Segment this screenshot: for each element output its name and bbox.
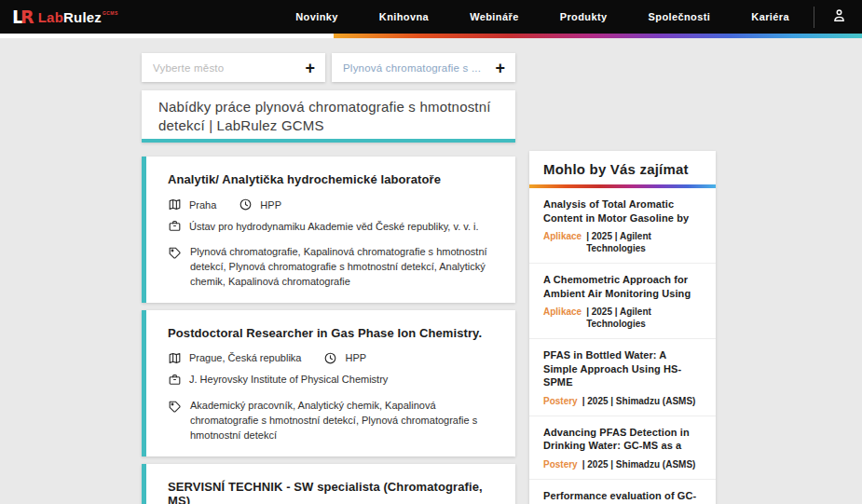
briefcase-icon <box>168 373 182 387</box>
nav-divider <box>814 7 814 28</box>
related-item-source: | 2025 | Shimadzu (ASMS) <box>582 395 696 407</box>
related-item[interactable]: A Chemometric Approach for Ambient Air M… <box>529 264 716 339</box>
job-card[interactable]: Analytik/ Analytička hydrochemické labor… <box>142 157 515 303</box>
related-item-title[interactable]: A Chemometric Approach for Ambient Air M… <box>543 273 703 300</box>
map-icon <box>168 198 182 211</box>
related-item-category: Postery <box>543 458 578 470</box>
related-item-meta: Aplikace | 2025 | Agilent Technologies <box>543 230 703 254</box>
plus-icon[interactable]: + <box>495 60 505 76</box>
logo-wordmark: LabRulezGCMS <box>38 9 118 25</box>
related-item-title[interactable]: Analysis of Total Aromatic Content in Mo… <box>543 198 703 225</box>
map-icon <box>168 351 182 365</box>
briefcase-icon <box>168 219 182 233</box>
related-item-category: Aplikace <box>543 230 582 254</box>
job-company-row: J. Heyrovsky Institute of Physical Chemi… <box>168 373 500 387</box>
category-select[interactable]: Plynová chromatografie s ... + <box>332 53 515 82</box>
account-button[interactable] <box>831 7 847 27</box>
clock-icon <box>239 198 253 211</box>
clock-icon <box>323 351 337 365</box>
nav-underline-strip <box>0 34 862 38</box>
job-list: Analytik/ Analytička hydrochemické labor… <box>142 157 515 504</box>
job-company-row: Ústav pro hydrodynamiku Akademie věd Čes… <box>168 219 500 233</box>
job-contract: HPP <box>239 198 281 211</box>
job-company: J. Heyrovsky Institute of Physical Chemi… <box>168 373 388 387</box>
related-item-meta: Aplikace | 2025 | Agilent Technologies <box>543 306 703 330</box>
related-item-title[interactable]: PFAS in Bottled Water: A Simple Approach… <box>543 348 703 389</box>
nav-menu: Novinky Knihovna Webináře Produkty Spole… <box>254 7 847 28</box>
logo-gcms-badge: GCMS <box>103 10 118 16</box>
city-select[interactable]: Vyberte město + <box>142 53 325 82</box>
nav-item-produkty[interactable]: Produkty <box>560 11 608 22</box>
main-column: Vyberte město + Plynová chromatografie s… <box>142 38 515 504</box>
person-icon <box>831 7 847 27</box>
nav-item-webinare[interactable]: Webináře <box>470 11 519 22</box>
tag-icon <box>168 246 182 260</box>
rainbow-gradient-bar <box>334 34 862 38</box>
job-company: Ústav pro hydrodynamiku Akademie věd Čes… <box>168 219 479 233</box>
related-item-source: | 2025 | Shimadzu (ASMS) <box>582 458 696 470</box>
job-meta-row: Prague, Česká republika HPP <box>168 351 500 365</box>
job-tags-row: Plynová chromatografie, Kapalinová chrom… <box>168 245 500 290</box>
job-title[interactable]: SERVISNÍ TECHNIK - SW specialista (Chrom… <box>168 480 500 504</box>
nav-item-spolecnosti[interactable]: Společnosti <box>649 11 711 22</box>
top-nav: LR LabRulezGCMS Novinky Knihovna Webinář… <box>0 0 862 34</box>
job-contract: HPP <box>323 351 366 365</box>
filter-row: Vyberte město + Plynová chromatografie s… <box>142 53 515 82</box>
related-item-source: | 2025 | Agilent Technologies <box>586 230 703 254</box>
related-item-meta: Postery | 2025 | Shimadzu (ASMS) <box>543 458 703 470</box>
sidebar-title: Mohlo by Vás zajímat <box>529 151 716 184</box>
related-item-category: Aplikace <box>543 306 582 330</box>
tag-icon <box>168 400 182 414</box>
job-card[interactable]: Postdoctoral Researcher in Gas Phase Ion… <box>142 310 515 456</box>
page-title: Nabídky práce plynová chromatografie s h… <box>158 98 499 134</box>
job-location: Praha <box>168 198 216 211</box>
logo-rulez-text: Rulez <box>63 9 102 25</box>
labrulez-logo[interactable]: LR LabRulezGCMS <box>12 7 118 27</box>
related-item-category: Postery <box>543 395 578 407</box>
nav-item-novinky[interactable]: Novinky <box>295 11 338 22</box>
related-item[interactable]: PFAS in Bottled Water: A Simple Approach… <box>529 339 716 416</box>
job-tags-row: Akademický pracovník, Analytický chemik,… <box>168 399 500 443</box>
job-tags: Akademický pracovník, Analytický chemik,… <box>190 399 500 443</box>
job-location: Prague, Česká republika <box>168 351 301 365</box>
nav-item-knihovna[interactable]: Knihovna <box>379 11 429 22</box>
content-container: Vyberte město + Plynová chromatografie s… <box>142 38 716 504</box>
logo-lab-text: Lab <box>38 9 63 25</box>
related-item[interactable]: Performance evaluation of GC-MS/MS for D… <box>529 480 716 504</box>
job-card[interactable]: SERVISNÍ TECHNIK - SW specialista (Chrom… <box>142 464 515 504</box>
category-select-value: Plynová chromatografie s ... <box>343 62 495 74</box>
related-item-title[interactable]: Advancing PFAS Detection in Drinking Wat… <box>543 426 703 453</box>
related-sidebar: Mohlo by Vás zajímat Analysis of Total A… <box>529 151 716 504</box>
job-tags: Plynová chromatografie, Kapalinová chrom… <box>190 245 500 290</box>
related-item-meta: Postery | 2025 | Shimadzu (ASMS) <box>543 395 703 407</box>
plus-icon[interactable]: + <box>305 60 315 76</box>
page-title-box: Nabídky práce plynová chromatografie s h… <box>142 90 515 143</box>
job-meta-row: Praha HPP <box>168 198 500 211</box>
related-item-title[interactable]: Performance evaluation of GC-MS/MS for D… <box>543 489 703 504</box>
nav-item-kariera[interactable]: Kariéra <box>751 11 789 22</box>
logo-monogram-icon: LR <box>12 7 32 27</box>
job-title[interactable]: Analytik/ Analytička hydrochemické labor… <box>168 172 500 186</box>
job-title[interactable]: Postdoctoral Researcher in Gas Phase Ion… <box>168 326 500 340</box>
city-select-placeholder: Vyberte město <box>153 62 305 74</box>
related-item-source: | 2025 | Agilent Technologies <box>586 306 703 330</box>
related-item[interactable]: Analysis of Total Aromatic Content in Mo… <box>529 188 716 264</box>
related-item[interactable]: Advancing PFAS Detection in Drinking Wat… <box>529 416 716 480</box>
